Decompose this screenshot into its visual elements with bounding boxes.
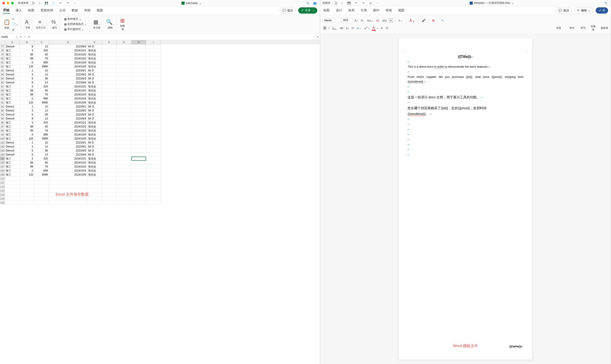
cell[interactable] — [146, 149, 161, 153]
cell[interactable] — [131, 73, 146, 77]
cell[interactable]: 张先生 — [87, 52, 102, 56]
row-header[interactable]: 92 — [0, 104, 5, 109]
cell[interactable]: 2023/9/3 — [49, 113, 87, 117]
cell[interactable] — [102, 185, 117, 189]
cell[interactable] — [117, 185, 131, 189]
cell[interactable] — [87, 189, 102, 193]
cell[interactable] — [117, 113, 131, 117]
col-header-B[interactable]: B — [20, 40, 34, 44]
row-header[interactable]: 108 — [0, 169, 5, 173]
col-header-E[interactable]: E — [87, 40, 102, 44]
cell[interactable]: 3 — [20, 73, 34, 77]
cell[interactable] — [146, 197, 161, 201]
cell-styles-button[interactable]: ▦单元格样式 ⌄ — [63, 27, 87, 32]
addins-icon[interactable]: ⊞ — [431, 18, 435, 23]
cell[interactable] — [146, 109, 161, 113]
cell[interactable] — [117, 80, 131, 85]
cell[interactable] — [117, 68, 131, 73]
cell[interactable]: Mr D — [87, 153, 102, 157]
cell[interactable]: Demo1 — [5, 141, 20, 145]
cell[interactable] — [131, 65, 146, 68]
table-format-button[interactable]: ▦套用表格格式 ⌄ — [63, 22, 87, 26]
cell[interactable] — [102, 177, 117, 181]
char-border-icon[interactable]: A — [389, 18, 393, 23]
cell[interactable] — [131, 49, 146, 52]
tab-insert[interactable]: 插入 — [15, 8, 22, 13]
cell[interactable]: 张三 — [5, 97, 20, 101]
cell[interactable] — [131, 52, 146, 56]
cell[interactable] — [34, 185, 49, 189]
cell[interactable] — [131, 149, 146, 153]
cell[interactable] — [146, 52, 161, 56]
cell[interactable] — [131, 193, 146, 197]
cell[interactable]: 3 — [20, 145, 34, 149]
home-icon[interactable]: ⌂ — [37, 0, 42, 6]
cell[interactable] — [131, 177, 146, 181]
cell[interactable]: 899 — [34, 169, 49, 173]
cell[interactable] — [146, 185, 161, 189]
cell[interactable] — [49, 177, 87, 181]
row-header[interactable]: 103 — [0, 149, 5, 153]
underline-icon[interactable]: U⌄ — [331, 26, 338, 30]
cell[interactable] — [102, 80, 117, 85]
cell[interactable]: Demo4 — [5, 44, 20, 49]
cell[interactable] — [131, 101, 146, 104]
row-header[interactable]: 97 — [0, 125, 5, 129]
cell[interactable] — [5, 189, 20, 193]
cell[interactable]: 333 — [34, 49, 49, 52]
cell[interactable]: 88 — [20, 52, 34, 56]
shrink-font-icon[interactable]: A↓ — [360, 18, 365, 23]
cell[interactable] — [146, 133, 161, 137]
cell[interactable] — [117, 165, 131, 169]
cell[interactable]: Mr D — [87, 73, 102, 77]
cell[interactable] — [131, 89, 146, 92]
cell[interactable] — [102, 89, 117, 92]
cell[interactable]: 张三 — [5, 121, 20, 125]
cell[interactable] — [117, 73, 131, 77]
spin-icon[interactable]: ▴▾ — [16, 35, 17, 39]
row-header[interactable]: 112 — [0, 185, 5, 189]
row-header[interactable]: 91 — [0, 101, 5, 104]
cell[interactable]: 张三 — [5, 52, 20, 56]
more-icon[interactable]: ⋯ — [375, 0, 380, 6]
row-header[interactable]: 115 — [0, 197, 5, 201]
cell[interactable]: 张三 — [5, 129, 20, 133]
home-icon[interactable]: ⌂ — [339, 0, 345, 6]
cell[interactable] — [87, 185, 102, 189]
cell[interactable] — [20, 193, 34, 197]
col-header-F[interactable]: F — [102, 40, 117, 44]
undo-icon[interactable]: ↶ — [58, 0, 63, 6]
cell[interactable] — [131, 77, 146, 80]
row-header[interactable]: 109 — [0, 173, 5, 177]
cell[interactable] — [146, 113, 161, 117]
autosave-toggle[interactable]: 自动保存 — [18, 1, 35, 5]
cell[interactable] — [117, 193, 131, 197]
row-header[interactable]: 84 — [0, 73, 5, 77]
cell[interactable] — [146, 193, 161, 197]
cell[interactable] — [131, 197, 146, 201]
cell[interactable] — [102, 153, 117, 157]
cell[interactable]: 13 — [34, 73, 49, 77]
cell[interactable] — [117, 121, 131, 125]
cell[interactable] — [5, 193, 20, 197]
cell[interactable]: 5 — [20, 149, 34, 153]
cell[interactable] — [102, 137, 117, 141]
cell[interactable]: 0 — [20, 169, 34, 173]
cell[interactable]: 2023/9/3 — [49, 77, 87, 80]
cell[interactable]: 2023/9/2 — [49, 145, 87, 149]
cell[interactable]: 2024/10/2 — [49, 52, 87, 56]
cell[interactable]: 3 — [20, 157, 34, 161]
cell[interactable]: 9999 — [34, 101, 49, 104]
cell[interactable] — [102, 165, 117, 169]
cell[interactable] — [87, 193, 102, 197]
cell[interactable]: 张先生 — [87, 165, 102, 169]
cell[interactable] — [131, 61, 146, 65]
cell[interactable]: 3 — [20, 85, 34, 89]
cell[interactable]: 张三 — [5, 101, 20, 104]
cell[interactable]: Demo3 — [5, 113, 20, 117]
cell[interactable]: Mr D — [87, 117, 102, 121]
cell[interactable]: 张先生 — [87, 125, 102, 129]
addins-icon[interactable]: ⊞ — [120, 18, 125, 24]
italic-icon[interactable]: I — [328, 26, 330, 30]
cell[interactable]: 56 — [34, 77, 49, 80]
